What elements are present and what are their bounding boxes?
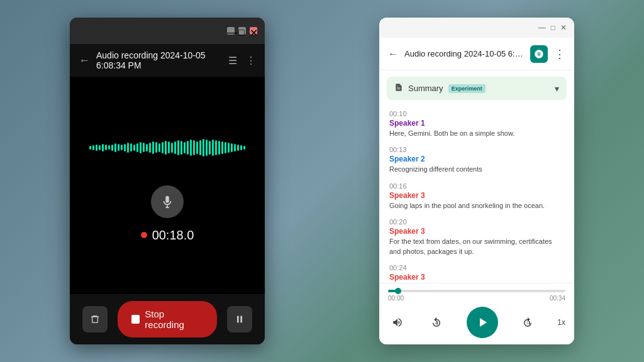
waveform-bar [203,139,204,156]
volume-button[interactable] [388,313,407,332]
entry-speaker: Speaker 3 [389,227,564,236]
experiment-badge: Experiment [448,84,486,93]
play-button[interactable] [467,307,498,338]
waveform-bar [99,145,101,150]
transcript-entry: 00:13 Speaker 2 Recognizing different co… [379,142,574,178]
playback-area: 00:00 00:34 1x [379,283,574,344]
waveform-bar [199,140,201,155]
dt-more-icon[interactable]: ⋮ [554,47,565,61]
waveform-bar [215,140,217,155]
header-icons: ☰ ⋮ [228,55,256,67]
summary-label: Summary [408,84,443,93]
summary-label-row: Summary Experiment [394,83,486,94]
progress-knob[interactable] [395,288,401,294]
entry-text: Recognizing different contents [389,165,564,174]
pause-button[interactable] [227,306,252,332]
waveform-bar [111,145,113,151]
waveform-bar [218,141,220,155]
list-icon[interactable]: ☰ [228,55,237,67]
waveform-bar [177,140,179,155]
waveform-bar [190,140,192,156]
left-phone-window: — □ ✕ ← Audio recording 2024-10-05 6:08:… [70,18,265,344]
waveform-bar [114,143,116,152]
playback-controls: 1x [388,307,565,338]
waveform-bar [180,141,182,155]
minimize-btn[interactable]: — [227,27,235,35]
waveform-bar [105,145,107,150]
waveform-area: 00:18.0 [70,77,265,294]
waveform-bar [184,142,186,153]
right-desktop-window: — □ ✕ ← Audio recording 2024-10-05 6:08:… [379,18,574,344]
waveform-bar [149,143,151,153]
time-labels: 00:00 00:34 [388,295,565,302]
recording-dot [141,232,147,238]
dt-minimize[interactable]: — [538,23,546,32]
maximize-btn[interactable]: □ [238,27,246,35]
desktop-titlebar: — □ ✕ [379,18,574,38]
delete-button[interactable] [82,306,108,332]
waveform-bar [96,145,97,151]
waveform-bar [130,143,132,151]
entry-time: 00:13 [389,146,564,153]
waveform-bar [231,143,233,152]
waveform-bar [124,144,126,151]
waveform-bar [225,142,226,153]
entry-time: 00:24 [389,264,564,272]
summary-bar[interactable]: Summary Experiment ▾ [387,77,567,100]
waveform-bar [158,143,160,152]
transcript-entry: 00:10 Speaker 1 Here, Gemini. Both be on… [379,106,574,142]
waveform-bar [118,144,119,151]
entry-time: 00:20 [389,218,564,226]
phone-header: ← Audio recording 2024-10-05 6:08:34 PM … [70,44,265,77]
waveform-bar [121,145,123,150]
waveform-bar [92,145,94,150]
current-time: 00:00 [388,295,404,302]
entry-speaker: Speaker 3 [389,273,564,282]
rewind-button[interactable] [427,313,446,332]
entry-time: 00:10 [389,110,564,118]
svg-rect-2 [237,316,239,323]
gemini-icon[interactable] [530,45,548,63]
transcript-entry: 00:24 Speaker 3 All together in the summ… [379,260,574,283]
transcript-list: 00:10 Speaker 1 Here, Gemini. Both be on… [379,106,574,283]
progress-bar[interactable] [388,290,565,292]
waveform-bar [206,140,208,156]
close-btn[interactable]: ✕ [250,27,257,35]
more-icon[interactable]: ⋮ [246,55,256,67]
waveform-bar [193,140,195,155]
waveform-bar [168,141,170,153]
stop-recording-button[interactable]: Stop recording [118,301,217,337]
speed-label[interactable]: 1x [557,318,565,327]
entry-text: Here, Gemini. Both be on a simple show. [389,129,564,138]
svg-rect-3 [240,316,242,323]
waveform-bar [102,144,104,151]
chevron-down-icon[interactable]: ▾ [555,84,559,94]
recording-time: 00:18.0 [141,228,194,243]
waveform-bar [228,143,230,153]
entry-text: Going laps in the pool and snorkeling in… [389,201,564,211]
mic-button[interactable] [151,185,184,218]
waveform-bar [155,142,157,153]
waveform-bar [212,140,214,156]
entry-speaker: Speaker 2 [389,155,564,163]
dt-controls: — □ ✕ [538,23,567,32]
transcript-entry: 00:20 Speaker 3 For the text from dates,… [379,214,574,260]
transcript-entry: 00:16 Speaker 3 Going laps in the pool a… [379,178,574,214]
waveform-bar [171,143,173,153]
desktop-header: ← Audio recording 2024-10-05 6:08:3... ⋮ [379,38,574,70]
back-arrow-icon[interactable]: ← [79,54,90,67]
waveform-bar [196,141,198,154]
waveform-bar [127,143,129,153]
dt-maximize[interactable]: □ [551,23,555,32]
dt-close[interactable]: ✕ [560,23,567,32]
transcript-area[interactable]: Summary Experiment ▾ 00:10 Speaker 1 Her… [379,70,574,283]
waveform-bar [89,146,91,150]
recording-title: Audio recording 2024-10-05 6:08:34 PM [96,50,222,70]
dt-back-arrow-icon[interactable]: ← [388,48,398,60]
summary-icon [394,83,403,94]
phone-titlebar: — □ ✕ [70,18,265,44]
forward-button[interactable] [518,313,537,332]
entry-text: For the text from dates, on our swimming… [389,237,564,256]
waveform-bar [146,144,148,151]
waveform-bar [162,142,164,153]
